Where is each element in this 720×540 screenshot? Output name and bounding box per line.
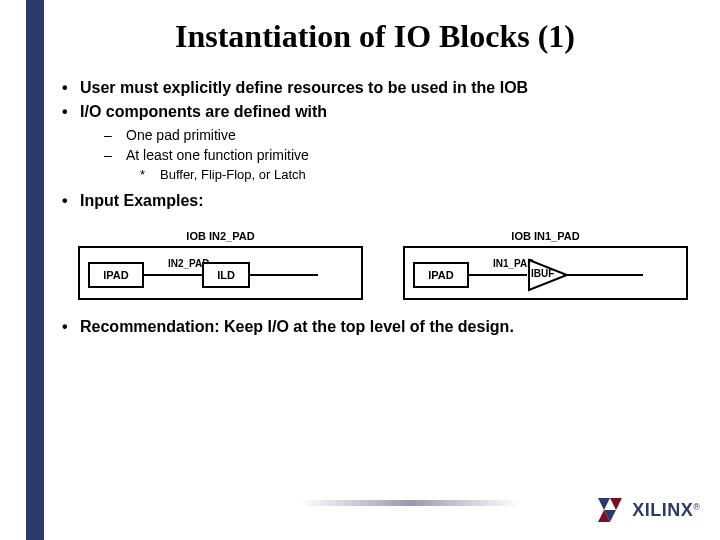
xilinx-logo: XILINX® xyxy=(598,498,700,522)
bullet-level3: * Buffer, Flip-Flop, or Latch xyxy=(140,167,700,182)
ibuf-label: IBUF xyxy=(531,268,554,279)
bullet-text: Recommendation: Keep I/O at the top leve… xyxy=(80,318,514,336)
bullet-level2: – At least one function primitive xyxy=(104,147,700,163)
ipad-block: IPAD xyxy=(88,262,144,288)
slide-content: Instantiation of IO Blocks (1) • User mu… xyxy=(50,18,700,342)
ipad-block: IPAD xyxy=(413,262,469,288)
wire xyxy=(563,274,643,276)
registered-icon: ® xyxy=(693,501,700,511)
ild-block: ILD xyxy=(202,262,250,288)
diagram-row: IOB IN2_PAD IPAD IN2_PAD ILD IOB IN1_PAD… xyxy=(78,230,688,300)
xilinx-mark-icon xyxy=(598,498,626,522)
wire xyxy=(142,274,202,276)
bullet-level1: • User must explicitly define resources … xyxy=(62,79,700,97)
wire xyxy=(467,274,527,276)
left-accent-bar xyxy=(26,0,44,540)
bullet-dot-icon: • xyxy=(62,79,80,97)
iob-box: IPAD IN2_PAD ILD xyxy=(78,246,363,300)
bullet-text: One pad primitive xyxy=(126,127,236,143)
bullet-dot-icon: • xyxy=(62,192,80,210)
bullet-text: I/O components are defined with xyxy=(80,103,327,121)
iob-box: IPAD IN1_PAD IBUF xyxy=(403,246,688,300)
footer-accent-bar xyxy=(300,500,520,506)
diagram-right: IOB IN1_PAD IPAD IN1_PAD IBUF xyxy=(403,230,688,300)
bullet-dot-icon: • xyxy=(62,103,80,121)
svg-marker-1 xyxy=(598,498,610,510)
svg-marker-2 xyxy=(610,498,622,510)
bullet-level1: • Recommendation: Keep I/O at the top le… xyxy=(62,318,700,336)
bullet-level2: – One pad primitive xyxy=(104,127,700,143)
bullet-dot-icon: • xyxy=(62,318,80,336)
diagram-title: IOB IN1_PAD xyxy=(403,230,688,242)
bullet-dash-icon: – xyxy=(104,147,126,163)
bullet-level1: • Input Examples: xyxy=(62,192,700,210)
wire xyxy=(248,274,318,276)
diagram-title: IOB IN2_PAD xyxy=(78,230,363,242)
bullet-text: Input Examples: xyxy=(80,192,204,210)
bullet-star-icon: * xyxy=(140,167,160,182)
bullet-dash-icon: – xyxy=(104,127,126,143)
diagram-left: IOB IN2_PAD IPAD IN2_PAD ILD xyxy=(78,230,363,300)
bullet-text: User must explicitly define resources to… xyxy=(80,79,528,97)
bullet-text: Buffer, Flip-Flop, or Latch xyxy=(160,167,306,182)
logo-text: XILINX xyxy=(632,500,693,520)
bullet-level1: • I/O components are defined with xyxy=(62,103,700,121)
slide-title: Instantiation of IO Blocks (1) xyxy=(50,18,700,55)
bullet-text: At least one function primitive xyxy=(126,147,309,163)
